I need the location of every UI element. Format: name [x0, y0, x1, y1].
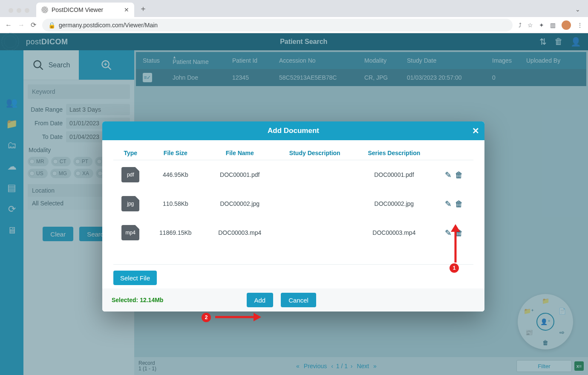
cancel-button[interactable]: Cancel [281, 293, 316, 307]
select-file-button[interactable]: Select File [113, 271, 157, 285]
file-row: mp411869.15KbDOC00003.mp4DOC00003.mp4✎🗑 [113, 218, 473, 247]
annotation-arrow-2 [215, 312, 262, 323]
lock-icon: 🔒 [48, 22, 55, 29]
favicon [41, 6, 48, 13]
file-type-badge: mp4 [121, 225, 139, 240]
extensions-icon[interactable]: ✦ [539, 22, 544, 29]
file-series: DOC00001.pdf [353, 160, 435, 190]
maximize-window[interactable] [25, 8, 29, 13]
reload-icon[interactable]: ⟳ [31, 21, 36, 29]
add-button[interactable]: Add [247, 293, 274, 307]
annotation-badge-1: 1 [450, 263, 459, 273]
file-study [276, 160, 353, 190]
svg-marker-9 [451, 224, 460, 232]
browser-chrome: PostDICOM Viewer ✕ ＋ ⌄ ← → ⟳ 🔒 germany.p… [0, 0, 588, 33]
file-size: 446.95Kb [147, 160, 203, 190]
selected-size: Selected: 12.14Mb [112, 297, 163, 303]
minimize-window[interactable] [17, 8, 21, 13]
file-type-badge: jpg [121, 196, 139, 211]
file-study [276, 218, 353, 247]
file-series: DOC00003.mp4 [353, 218, 435, 247]
menu-icon[interactable]: ⋮ [577, 22, 583, 29]
tab-title: PostDICOM Viewer [52, 6, 103, 13]
file-size: 110.58Kb [147, 189, 203, 218]
modal-header: Add Document ✕ [102, 121, 484, 140]
close-tab-icon[interactable]: ✕ [124, 6, 129, 13]
tabs-chevron-icon[interactable]: ⌄ [575, 6, 580, 13]
file-row: pdf446.95KbDOC00001.pdfDOC00001.pdf✎🗑 [113, 160, 473, 190]
add-document-modal: Add Document ✕ Type File Size File Name … [102, 121, 484, 312]
file-series: DOC00002.jpg [353, 189, 435, 218]
th-size: File Size [147, 146, 203, 160]
annotation-badge-2: 2 [202, 313, 211, 322]
file-size: 11869.15Kb [147, 218, 203, 247]
modal-title: Add Document [268, 127, 319, 135]
modal-close-icon[interactable]: ✕ [472, 126, 479, 136]
bookmark-icon[interactable]: ☆ [527, 22, 533, 29]
address-bar[interactable]: 🔒 germany.postdicom.com/Viewer/Main [42, 19, 513, 32]
file-study [276, 189, 353, 218]
th-type: Type [113, 146, 147, 160]
forward-icon[interactable]: → [18, 21, 25, 29]
close-window[interactable] [9, 8, 13, 13]
file-row: jpg110.58KbDOC00002.jpgDOC00002.jpg✎🗑 [113, 189, 473, 218]
file-type-badge: pdf [121, 167, 139, 182]
th-fname: File Name [203, 146, 276, 160]
svg-marker-11 [254, 313, 261, 321]
url-text: germany.postdicom.com/Viewer/Main [59, 22, 158, 29]
file-name: DOC00002.jpg [203, 189, 276, 218]
th-series: Series Description [353, 146, 435, 160]
share-icon[interactable]: ⤴ [519, 22, 522, 29]
delete-icon[interactable]: 🗑 [455, 170, 463, 179]
edit-icon[interactable]: ✎ [445, 170, 452, 179]
sidepanel-icon[interactable]: ▥ [550, 22, 556, 29]
th-study: Study Description [276, 146, 353, 160]
edit-icon[interactable]: ✎ [445, 199, 452, 208]
file-table: Type File Size File Name Study Descripti… [113, 146, 473, 247]
back-icon[interactable]: ← [5, 21, 12, 29]
profile-avatar[interactable] [562, 20, 571, 30]
browser-tab[interactable]: PostDICOM Viewer ✕ [36, 3, 134, 17]
annotation-arrow-1 [449, 224, 462, 263]
window-controls [4, 8, 34, 17]
file-name: DOC00003.mp4 [203, 218, 276, 247]
file-name: DOC00001.pdf [203, 160, 276, 190]
delete-icon[interactable]: 🗑 [455, 199, 463, 208]
new-tab-button[interactable]: ＋ [139, 3, 147, 14]
